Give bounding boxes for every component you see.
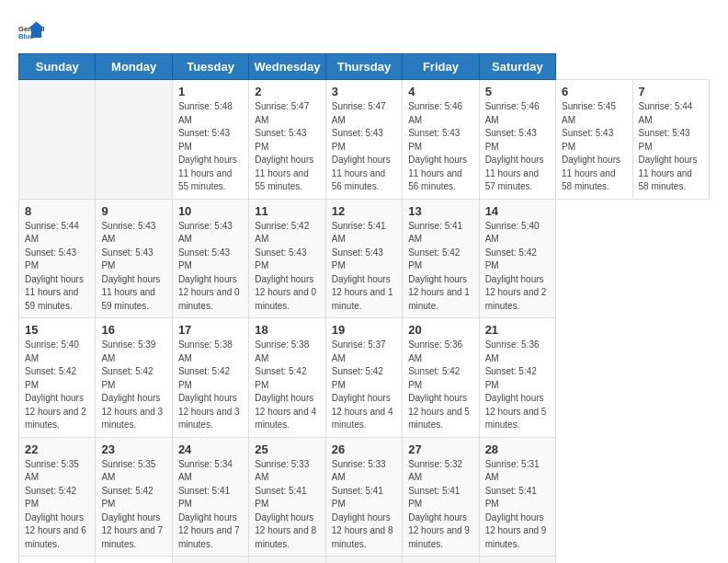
day-detail: Sunrise: 5:34 AMSunset: 5:41 PMDaylight … (178, 458, 243, 552)
day-detail: Sunrise: 5:43 AMSunset: 5:43 PMDaylight … (101, 220, 165, 314)
empty-cell (172, 557, 248, 564)
calendar-week-3: 15Sunrise: 5:40 AMSunset: 5:42 PMDayligh… (19, 318, 710, 438)
day-number: 7 (639, 85, 704, 98)
day-number: 17 (178, 323, 243, 337)
day-number: 22 (25, 442, 89, 456)
day-detail: Sunrise: 5:33 AMSunset: 5:41 PMDaylight … (332, 458, 396, 552)
empty-cell (479, 557, 555, 564)
day-cell-9: 9Sunrise: 5:43 AMSunset: 5:43 PMDaylight… (96, 199, 172, 318)
day-cell-28: 28Sunrise: 5:31 AMSunset: 5:41 PMDayligh… (479, 437, 555, 557)
day-number: 19 (332, 323, 396, 337)
day-detail: Sunrise: 5:44 AMSunset: 5:43 PMDaylight … (639, 100, 704, 194)
day-number: 2 (255, 85, 319, 98)
day-detail: Sunrise: 5:31 AMSunset: 5:41 PMDaylight … (485, 458, 550, 552)
day-detail: Sunrise: 5:33 AMSunset: 5:41 PMDaylight … (255, 458, 319, 552)
day-detail: Sunrise: 5:41 AMSunset: 5:43 PMDaylight … (332, 220, 396, 314)
day-detail: Sunrise: 5:40 AMSunset: 5:42 PMDaylight … (485, 220, 550, 314)
day-number: 11 (255, 204, 319, 218)
column-header-sunday: Sunday (19, 54, 96, 80)
day-detail: Sunrise: 5:37 AMSunset: 5:42 PMDaylight … (332, 339, 396, 432)
empty-cell (19, 80, 96, 200)
logo-icon: General Blue (18, 18, 44, 44)
column-header-saturday: Saturday (479, 54, 555, 80)
day-number: 26 (332, 442, 396, 456)
day-cell-19: 19Sunrise: 5:37 AMSunset: 5:42 PMDayligh… (325, 318, 402, 438)
empty-cell (249, 557, 325, 564)
calendar-week-1: 1Sunrise: 5:48 AMSunset: 5:43 PMDaylight… (19, 80, 710, 200)
day-detail: Sunrise: 5:42 AMSunset: 5:43 PMDaylight … (255, 220, 319, 314)
day-cell-7: 7Sunrise: 5:44 AMSunset: 5:43 PMDaylight… (632, 80, 710, 200)
day-cell-26: 26Sunrise: 5:33 AMSunset: 5:41 PMDayligh… (325, 437, 402, 557)
day-detail: Sunrise: 5:46 AMSunset: 5:43 PMDaylight … (485, 100, 550, 194)
day-detail: Sunrise: 5:38 AMSunset: 5:42 PMDaylight … (178, 339, 243, 432)
day-number: 20 (408, 323, 472, 337)
column-header-friday: Friday (403, 54, 479, 80)
day-cell-15: 15Sunrise: 5:40 AMSunset: 5:42 PMDayligh… (19, 318, 96, 438)
day-cell-5: 5Sunrise: 5:46 AMSunset: 5:43 PMDaylight… (479, 80, 555, 200)
day-detail: Sunrise: 5:40 AMSunset: 5:42 PMDaylight … (25, 339, 89, 432)
day-number: 25 (255, 442, 319, 456)
day-cell-27: 27Sunrise: 5:32 AMSunset: 5:41 PMDayligh… (403, 437, 479, 557)
day-number: 9 (101, 204, 165, 218)
day-cell-16: 16Sunrise: 5:39 AMSunset: 5:42 PMDayligh… (96, 318, 172, 438)
calendar-week-4: 22Sunrise: 5:35 AMSunset: 5:42 PMDayligh… (19, 437, 710, 557)
day-cell-12: 12Sunrise: 5:41 AMSunset: 5:43 PMDayligh… (325, 199, 402, 318)
day-cell-17: 17Sunrise: 5:38 AMSunset: 5:42 PMDayligh… (172, 318, 248, 438)
day-number: 24 (178, 442, 243, 456)
day-cell-30: 30Sunrise: 5:30 AMSunset: 5:41 PMDayligh… (96, 557, 172, 564)
day-detail: Sunrise: 5:32 AMSunset: 5:41 PMDaylight … (408, 458, 472, 552)
day-cell-10: 10Sunrise: 5:43 AMSunset: 5:43 PMDayligh… (172, 199, 248, 318)
day-number: 8 (25, 204, 89, 218)
empty-cell (325, 557, 402, 564)
day-detail: Sunrise: 5:35 AMSunset: 5:42 PMDaylight … (101, 458, 165, 552)
column-header-monday: Monday (96, 54, 172, 80)
calendar-table: SundayMondayTuesdayWednesdayThursdayFrid… (18, 53, 710, 563)
day-cell-22: 22Sunrise: 5:35 AMSunset: 5:42 PMDayligh… (19, 437, 96, 557)
day-number: 18 (255, 323, 319, 337)
calendar-week-2: 8Sunrise: 5:44 AMSunset: 5:43 PMDaylight… (19, 199, 710, 318)
day-number: 10 (178, 204, 243, 218)
header: General Blue (18, 18, 710, 44)
column-header-tuesday: Tuesday (172, 54, 248, 80)
day-cell-24: 24Sunrise: 5:34 AMSunset: 5:41 PMDayligh… (172, 437, 248, 557)
day-detail: Sunrise: 5:47 AMSunset: 5:43 PMDaylight … (332, 100, 396, 194)
day-cell-4: 4Sunrise: 5:46 AMSunset: 5:43 PMDaylight… (403, 80, 479, 200)
day-cell-14: 14Sunrise: 5:40 AMSunset: 5:42 PMDayligh… (479, 199, 555, 318)
day-number: 16 (101, 323, 165, 337)
day-detail: Sunrise: 5:43 AMSunset: 5:43 PMDaylight … (178, 220, 243, 314)
column-header-thursday: Thursday (325, 54, 402, 80)
day-number: 6 (562, 85, 626, 98)
logo: General Blue (18, 18, 44, 44)
day-cell-2: 2Sunrise: 5:47 AMSunset: 5:43 PMDaylight… (249, 80, 325, 200)
day-cell-18: 18Sunrise: 5:38 AMSunset: 5:42 PMDayligh… (249, 318, 325, 438)
day-cell-20: 20Sunrise: 5:36 AMSunset: 5:42 PMDayligh… (403, 318, 479, 438)
day-detail: Sunrise: 5:36 AMSunset: 5:42 PMDaylight … (408, 339, 472, 432)
day-number: 3 (332, 85, 396, 98)
day-cell-8: 8Sunrise: 5:44 AMSunset: 5:43 PMDaylight… (19, 199, 96, 318)
day-number: 12 (332, 204, 396, 218)
day-detail: Sunrise: 5:39 AMSunset: 5:42 PMDaylight … (101, 339, 165, 432)
day-cell-3: 3Sunrise: 5:47 AMSunset: 5:43 PMDaylight… (325, 80, 402, 200)
day-detail: Sunrise: 5:45 AMSunset: 5:43 PMDaylight … (562, 100, 626, 194)
day-number: 4 (408, 85, 472, 98)
day-cell-25: 25Sunrise: 5:33 AMSunset: 5:41 PMDayligh… (249, 437, 325, 557)
day-detail: Sunrise: 5:47 AMSunset: 5:43 PMDaylight … (255, 100, 319, 194)
calendar-week-5: 29Sunrise: 5:31 AMSunset: 5:41 PMDayligh… (19, 557, 710, 564)
day-cell-23: 23Sunrise: 5:35 AMSunset: 5:42 PMDayligh… (96, 437, 172, 557)
empty-cell (96, 80, 172, 200)
day-number: 27 (408, 442, 472, 456)
day-detail: Sunrise: 5:46 AMSunset: 5:43 PMDaylight … (408, 100, 472, 194)
day-detail: Sunrise: 5:41 AMSunset: 5:42 PMDaylight … (408, 220, 472, 314)
day-detail: Sunrise: 5:44 AMSunset: 5:43 PMDaylight … (25, 220, 89, 314)
empty-cell (403, 557, 479, 564)
day-cell-29: 29Sunrise: 5:31 AMSunset: 5:41 PMDayligh… (19, 557, 96, 564)
day-cell-13: 13Sunrise: 5:41 AMSunset: 5:42 PMDayligh… (403, 199, 479, 318)
day-cell-1: 1Sunrise: 5:48 AMSunset: 5:43 PMDaylight… (172, 80, 248, 200)
day-number: 1 (178, 85, 243, 98)
day-detail: Sunrise: 5:48 AMSunset: 5:43 PMDaylight … (178, 100, 243, 194)
day-cell-11: 11Sunrise: 5:42 AMSunset: 5:43 PMDayligh… (249, 199, 325, 318)
day-cell-6: 6Sunrise: 5:45 AMSunset: 5:43 PMDaylight… (556, 80, 632, 200)
day-detail: Sunrise: 5:38 AMSunset: 5:42 PMDaylight … (255, 339, 319, 432)
day-number: 23 (101, 442, 165, 456)
column-header-wednesday: Wednesday (249, 54, 325, 80)
